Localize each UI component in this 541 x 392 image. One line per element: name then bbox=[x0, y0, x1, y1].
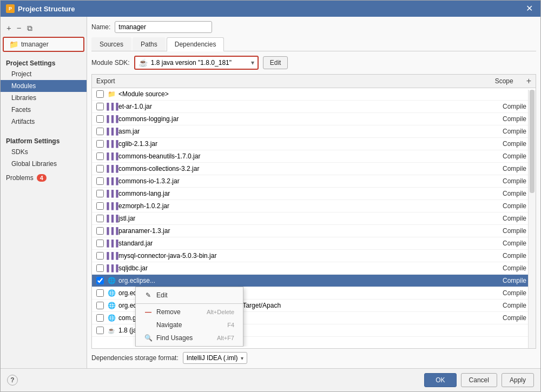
dep-name-4: cglib-2.1.3.jar bbox=[118, 140, 503, 148]
edit-sdk-button[interactable]: Edit bbox=[263, 56, 288, 69]
dep-checkbox-8[interactable] bbox=[96, 190, 104, 197]
storage-format-dropdown[interactable]: IntelliJ IDEA (.iml) ▾ bbox=[183, 352, 248, 364]
scope-val-10: Compile bbox=[503, 215, 526, 222]
ctx-edit[interactable]: ✎ Edit bbox=[136, 289, 243, 302]
scope-val-15: Compile bbox=[503, 277, 526, 284]
dep-checkbox-16[interactable] bbox=[96, 289, 104, 297]
sidebar-item-modules[interactable]: Modules bbox=[1, 80, 87, 92]
dep-checkbox-19[interactable] bbox=[96, 327, 104, 334]
add-dependency-button[interactable]: + bbox=[526, 77, 531, 85]
dependencies-table: Export Scope + 📁 <Module source> bbox=[91, 74, 536, 349]
apply-button[interactable]: Apply bbox=[502, 373, 534, 387]
dep-checkbox-11[interactable] bbox=[96, 227, 104, 235]
dep-row-12[interactable]: ▐▐▐ standard.jar Compile ▾ bbox=[92, 237, 536, 250]
ctx-remove[interactable]: — Remove Alt+Delete bbox=[136, 305, 243, 318]
dep-row-6[interactable]: ▐▐▐ commons-collections-3.2.jar Compile … bbox=[92, 163, 536, 175]
dep-checkbox-18[interactable] bbox=[96, 314, 104, 322]
title-bar: P Project Structure ✕ bbox=[1, 1, 540, 17]
ctx-remove-shortcut: Alt+Delete bbox=[207, 309, 234, 315]
cancel-button[interactable]: Cancel bbox=[461, 373, 497, 387]
bar-icon-8: ▐▐▐ bbox=[107, 189, 116, 198]
scope-val-13: Compile bbox=[503, 252, 526, 260]
dep-checkbox-17[interactable] bbox=[96, 302, 104, 309]
java-icon-19: ☕ bbox=[107, 326, 116, 335]
dep-name-3: asm.jar bbox=[118, 128, 503, 135]
bar-icon-11: ▐▐▐ bbox=[107, 227, 116, 235]
tab-sources[interactable]: Sources bbox=[91, 37, 131, 51]
bar-icon-13: ▐▐▐ bbox=[107, 251, 116, 260]
dep-row-3[interactable]: ▐▐▐ asm.jar Compile ▾ bbox=[92, 125, 536, 138]
sidebar-item-project[interactable]: Project bbox=[1, 68, 87, 80]
ctx-edit-label: Edit bbox=[156, 291, 168, 299]
project-item-tmanager[interactable]: 📁 tmanager bbox=[3, 37, 84, 52]
tab-paths[interactable]: Paths bbox=[133, 37, 166, 51]
dep-row-7[interactable]: ▐▐▐ commons-io-1.3.2.jar Compile ▾ bbox=[92, 175, 536, 188]
dep-checkbox-14[interactable] bbox=[96, 264, 104, 272]
dep-name-0: <Module source> bbox=[118, 90, 531, 98]
globe-icon-18: 🌐 bbox=[107, 314, 116, 322]
app-icon: P bbox=[6, 4, 15, 13]
dep-row-10[interactable]: ▐▐▐ jstl.jar Compile ▾ bbox=[92, 212, 536, 225]
scrollbar-track[interactable] bbox=[528, 90, 536, 348]
sidebar-item-global-libraries[interactable]: Global Libraries bbox=[1, 158, 87, 170]
dep-checkbox-5[interactable] bbox=[96, 152, 104, 160]
dep-row-8[interactable]: ▐▐▐ commons-lang.jar Compile ▾ bbox=[92, 188, 536, 200]
ctx-navigate[interactable]: Navigate F4 bbox=[136, 318, 243, 331]
ok-button[interactable]: OK bbox=[424, 373, 456, 387]
problems-badge: 4 bbox=[37, 174, 47, 182]
dep-checkbox-10[interactable] bbox=[96, 215, 104, 222]
dep-row-15[interactable]: 🌐 org.eclipse... Compile ▾ ✎ Edit bbox=[92, 275, 536, 287]
ctx-find-usages[interactable]: 🔍 Find Usages Alt+F7 bbox=[136, 331, 243, 344]
sdk-dropdown[interactable]: ☕ 1.8 java version "1.8.0_181" ▾ bbox=[134, 56, 259, 70]
sidebar-item-libraries[interactable]: Libraries bbox=[1, 92, 87, 104]
dep-checkbox-9[interactable] bbox=[96, 202, 104, 210]
right-panel: Name: Sources Paths Dependencies bbox=[87, 17, 540, 368]
ctx-find-usages-label: Find Usages bbox=[156, 334, 193, 342]
project-item-label: tmanager bbox=[21, 41, 49, 48]
dep-checkbox-7[interactable] bbox=[96, 177, 104, 185]
dep-name-9: ezmorph-1.0.2.jar bbox=[118, 202, 503, 210]
copy-module-button[interactable]: ⧉ bbox=[25, 24, 34, 32]
sidebar-problems[interactable]: Problems 4 bbox=[1, 170, 87, 186]
dep-row-13[interactable]: ▐▐▐ mysql-connector-java-5.0.3-bin.jar C… bbox=[92, 250, 536, 262]
bar-icon-6: ▐▐▐ bbox=[107, 164, 116, 173]
scope-val-18: Compile bbox=[503, 314, 526, 322]
dep-checkbox-12[interactable] bbox=[96, 240, 104, 247]
close-button[interactable]: ✕ bbox=[524, 4, 535, 13]
sidebar-toolbar: + − ⧉ bbox=[1, 21, 87, 37]
sdk-value: 1.8 java version "1.8.0_181" bbox=[151, 59, 232, 67]
storage-chevron-icon: ▾ bbox=[241, 355, 243, 361]
dep-row-4[interactable]: ▐▐▐ cglib-2.1.3.jar Compile ▾ bbox=[92, 138, 536, 150]
scope-val-9: Compile bbox=[503, 202, 526, 210]
add-module-button[interactable]: + bbox=[5, 23, 13, 32]
dep-checkbox-3[interactable] bbox=[96, 128, 104, 135]
folder-icon-0: 📁 bbox=[107, 90, 116, 98]
dep-row-module-source[interactable]: 📁 <Module source> bbox=[92, 88, 536, 101]
dep-checkbox-0[interactable] bbox=[96, 90, 104, 98]
dep-row-9[interactable]: ▐▐▐ ezmorph-1.0.2.jar Compile ▾ bbox=[92, 200, 536, 212]
dep-row-5[interactable]: ▐▐▐ commons-beanutils-1.7.0.jar Compile … bbox=[92, 150, 536, 163]
dep-checkbox-13[interactable] bbox=[96, 252, 104, 260]
tab-dependencies[interactable]: Dependencies bbox=[167, 37, 225, 51]
sidebar-item-facets[interactable]: Facets bbox=[1, 104, 87, 116]
dep-name-6: commons-collections-3.2.jar bbox=[118, 165, 503, 172]
name-input[interactable] bbox=[115, 21, 212, 33]
dep-checkbox-2[interactable] bbox=[96, 115, 104, 123]
help-button[interactable]: ? bbox=[7, 375, 18, 386]
dep-checkbox-15[interactable] bbox=[96, 277, 104, 284]
dep-row-1[interactable]: ▐▐▐ et-ar-1.0.jar Compile ▾ bbox=[92, 101, 536, 113]
dep-row-11[interactable]: ▐▐▐ paranamer-1.3.jar Compile ▾ bbox=[92, 225, 536, 237]
sdk-chevron-icon: ▾ bbox=[251, 59, 254, 67]
dep-checkbox-4[interactable] bbox=[96, 140, 104, 148]
sidebar-item-sdks[interactable]: SDKs bbox=[1, 146, 87, 158]
dep-checkbox-6[interactable] bbox=[96, 165, 104, 172]
scope-val-2: Compile bbox=[503, 115, 526, 123]
scope-val-1: Compile bbox=[503, 103, 526, 110]
remove-module-button[interactable]: − bbox=[15, 23, 23, 32]
dep-checkbox-1[interactable] bbox=[96, 103, 104, 110]
dep-row-14[interactable]: ▐▐▐ sqljdbc.jar Compile ▾ bbox=[92, 262, 536, 275]
scrollbar-thumb[interactable] bbox=[530, 90, 535, 193]
dep-row-2[interactable]: ▐▐▐ commons-logging.jar Compile ▾ bbox=[92, 113, 536, 125]
sidebar-item-artifacts[interactable]: Artifacts bbox=[1, 116, 87, 128]
bar-icon-10: ▐▐▐ bbox=[107, 214, 116, 223]
